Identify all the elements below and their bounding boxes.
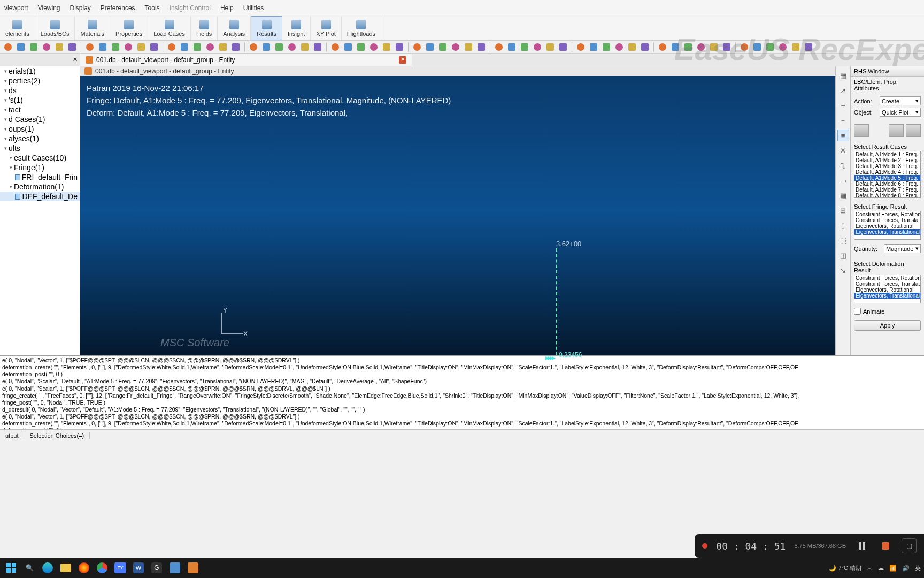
toolbar-btn-34[interactable] — [463, 42, 474, 52]
list-item[interactable]: Default, A1:Mode 5 : Freq. = — [854, 175, 920, 181]
toolbar-btn-10[interactable] — [135, 42, 147, 52]
stop-button[interactable] — [878, 538, 893, 553]
toolbar-btn-11[interactable] — [148, 42, 160, 52]
vtoolbar-btn-9[interactable]: ⊞ — [837, 204, 849, 216]
vtoolbar-btn-10[interactable]: ▯ — [837, 219, 849, 231]
list-item[interactable]: Constraint Forces, Translation — [854, 217, 920, 223]
toolbar-btn-51[interactable] — [695, 42, 707, 52]
view-icon-1[interactable] — [854, 124, 869, 137]
toolbar-btn-26[interactable] — [355, 42, 367, 52]
tree-item[interactable]: DEF_default_De — [0, 192, 80, 201]
list-item[interactable]: Default, A1:Mode 2 : Freq. = — [854, 157, 920, 163]
vtoolbar-btn-3[interactable]: － — [837, 115, 849, 126]
toolbar-btn-49[interactable] — [669, 42, 681, 52]
toolbar-btn-39[interactable] — [532, 42, 543, 52]
deformation-result-list[interactable]: Constraint Forces, RotationalConstraint … — [854, 275, 921, 303]
toolbar-btn-23[interactable] — [312, 42, 324, 52]
toolbar-btn-16[interactable] — [217, 42, 229, 52]
tree-item[interactable]: ▾erials(1) — [0, 66, 80, 76]
tray-wifi-icon[interactable]: 📶 — [889, 565, 897, 572]
fringe-result-list[interactable]: Constraint Forces, RotationalConstraint … — [854, 211, 921, 240]
list-item[interactable]: Eigenvectors, Translational — [854, 229, 920, 235]
tree-item[interactable]: ▾Deformation(1) — [0, 182, 80, 192]
pause-button[interactable] — [854, 538, 869, 553]
toolbar-btn-48[interactable] — [657, 42, 668, 52]
toolbar-btn-2[interactable] — [28, 42, 40, 52]
tree-item[interactable]: ▾d Cases(1) — [0, 115, 80, 124]
toolbar-btn-45[interactable] — [613, 42, 625, 52]
menu-viewing[interactable]: Viewing — [38, 4, 60, 12]
screenshot-button[interactable]: ▢ — [902, 538, 917, 553]
tree-item[interactable]: FRI_default_Frin — [0, 172, 80, 182]
toolbar-btn-18[interactable] — [248, 42, 259, 52]
toolbar-btn-37[interactable] — [506, 42, 518, 52]
tree-item[interactable]: ▾esult Cases(10) — [0, 153, 80, 163]
edge-icon[interactable] — [40, 560, 56, 576]
tree-item[interactable]: ▾oups(1) — [0, 124, 80, 134]
vtoolbar-btn-5[interactable]: ✕ — [837, 144, 849, 156]
list-item[interactable]: Constraint Forces, Rotational — [854, 275, 920, 281]
ribbon-xyplot[interactable]: XY Plot — [311, 16, 342, 40]
apply-button[interactable]: Apply — [854, 320, 921, 331]
chrome-icon[interactable] — [94, 560, 110, 576]
vtoolbar-btn-13[interactable]: ↘ — [837, 264, 849, 276]
toolbar-btn-1[interactable] — [15, 42, 27, 52]
ime-indicator[interactable]: 英 — [915, 564, 921, 572]
toolbar-btn-36[interactable] — [493, 42, 505, 52]
tree-item[interactable]: ▾ds — [0, 86, 80, 95]
object-combo[interactable]: Quick Plot▾ — [880, 108, 921, 117]
toolbar-btn-43[interactable] — [588, 42, 599, 52]
ribbon-insight[interactable]: Insight — [282, 16, 311, 40]
toolbar-btn-32[interactable] — [437, 42, 449, 52]
toolbar-btn-25[interactable] — [342, 42, 354, 52]
result-cases-list[interactable]: Default, A1:Mode 1 : Freq. =Default, A1:… — [854, 151, 921, 198]
app-blue-icon[interactable] — [167, 560, 183, 576]
toolbar-btn-42[interactable] — [575, 42, 587, 52]
toolbar-btn-22[interactable] — [299, 42, 311, 52]
toolbar-btn-58[interactable] — [790, 42, 802, 52]
list-item[interactable]: Default, A1:Mode 7 : Freq. = — [854, 187, 920, 193]
toolbar-btn-24[interactable] — [329, 42, 341, 52]
ribbon-flightloads[interactable]: Flightloads — [342, 16, 381, 40]
list-item[interactable]: Eigenvectors, Rotational — [854, 287, 920, 293]
ribbon-results[interactable]: Results — [251, 16, 282, 40]
animate-check-input[interactable] — [854, 308, 861, 315]
toolbar-btn-31[interactable] — [424, 42, 436, 52]
animate-checkbox[interactable]: Animate — [851, 306, 924, 317]
action-combo[interactable]: Create▾ — [880, 96, 921, 105]
toolbar-btn-28[interactable] — [381, 42, 392, 52]
vtoolbar-btn-11[interactable]: ⬚ — [837, 234, 849, 246]
toolbar-btn-4[interactable] — [53, 42, 65, 52]
tree-item[interactable]: ▾ults — [0, 143, 80, 153]
app-zy-icon[interactable]: ZY — [112, 560, 128, 576]
word-icon[interactable]: W — [130, 560, 147, 576]
tree-item[interactable]: ▾perties(2) — [0, 76, 80, 86]
tree-item[interactable]: ▾alyses(1) — [0, 134, 80, 143]
toolbar-btn-47[interactable] — [639, 42, 651, 52]
toolbar-btn-33[interactable] — [450, 42, 461, 52]
toolbar-btn-44[interactable] — [600, 42, 612, 52]
tree-item[interactable]: ▾tact — [0, 105, 80, 115]
toolbar-btn-38[interactable] — [519, 42, 530, 52]
list-item[interactable]: Constraint Forces, Rotational — [854, 211, 920, 217]
firefox-icon[interactable] — [76, 560, 92, 576]
tree-item[interactable]: ▾'s(1) — [0, 95, 80, 105]
weather-widget[interactable]: 🌙 7°C 晴朗 — [829, 564, 861, 572]
toolbar-btn-7[interactable] — [97, 42, 109, 52]
toolbar-btn-40[interactable] — [544, 42, 556, 52]
vtoolbar-btn-0[interactable]: ▦ — [837, 70, 849, 81]
toolbar-btn-3[interactable] — [41, 42, 52, 52]
tray-volume-icon[interactable]: 🔊 — [902, 565, 910, 572]
toolbar-btn-54[interactable] — [738, 42, 750, 52]
command-console[interactable]: e( 0, "Nodal", "Vector", 1, ["$POFF@@@$P… — [0, 355, 924, 429]
toolbar-btn-53[interactable] — [721, 42, 733, 52]
menu-insight-control[interactable]: Insight Control — [170, 4, 211, 12]
quantity-combo[interactable]: Magnitude▾ — [884, 244, 921, 253]
toolbar-btn-52[interactable] — [708, 42, 720, 52]
toolbar-btn-35[interactable] — [475, 42, 487, 52]
vtoolbar-btn-7[interactable]: ▭ — [837, 174, 849, 186]
toolbar-btn-46[interactable] — [626, 42, 638, 52]
ribbon-properties[interactable]: Properties — [110, 16, 148, 40]
list-item[interactable]: Eigenvectors, Translational — [854, 293, 920, 299]
search-icon[interactable]: 🔍 — [21, 560, 37, 576]
